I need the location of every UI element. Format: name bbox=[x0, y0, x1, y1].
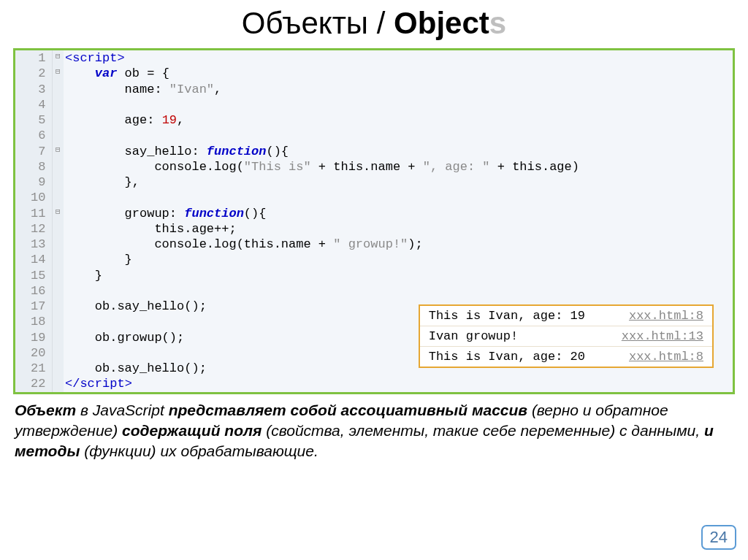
fold-icon bbox=[52, 330, 64, 345]
line-number: 18 bbox=[15, 314, 52, 329]
line-number: 8 bbox=[15, 159, 52, 174]
code-content: console.log(this.name + " growup!"); bbox=[64, 237, 733, 252]
code-line: 22</script> bbox=[15, 376, 733, 391]
console-text: This is Ivan, age: 20 bbox=[429, 350, 585, 364]
code-line: 4 bbox=[15, 97, 733, 112]
fold-icon: ⊟ bbox=[52, 206, 64, 221]
code-content: var ob = { bbox=[64, 66, 733, 81]
line-number: 12 bbox=[15, 221, 52, 237]
console-text: This is Ivan, age: 19 bbox=[429, 309, 585, 323]
code-line: 1⊟<script> bbox=[15, 50, 733, 66]
code-line: 13 console.log(this.name + " growup!"); bbox=[15, 237, 733, 252]
code-line: 6 bbox=[15, 128, 733, 143]
fold-icon bbox=[52, 376, 64, 391]
code-line: 11⊟ growup: function(){ bbox=[15, 206, 733, 221]
code-line: 8 console.log("This is" + this.name + ",… bbox=[15, 159, 733, 174]
line-number: 19 bbox=[15, 330, 52, 345]
code-line: 12 this.age++; bbox=[15, 221, 733, 237]
line-number: 13 bbox=[15, 237, 52, 252]
line-number: 5 bbox=[15, 112, 52, 128]
fold-icon bbox=[52, 190, 64, 205]
code-content bbox=[64, 190, 733, 205]
line-number: 15 bbox=[15, 268, 52, 283]
line-number: 22 bbox=[15, 376, 52, 391]
console-location: xxx.html:8 bbox=[629, 309, 703, 323]
code-line: 5 age: 19, bbox=[15, 112, 733, 128]
line-number: 11 bbox=[15, 206, 52, 221]
fold-icon bbox=[52, 314, 64, 329]
line-number: 7 bbox=[15, 144, 52, 159]
line-number: 1 bbox=[15, 50, 52, 66]
code-line: 14 } bbox=[15, 252, 733, 267]
slide-title: Объекты / Objects bbox=[0, 0, 748, 48]
fold-icon bbox=[52, 345, 64, 361]
line-number: 3 bbox=[15, 82, 52, 97]
fold-icon bbox=[52, 252, 64, 267]
code-content: } bbox=[64, 268, 733, 283]
code-line: 3 name: "Ivan", bbox=[15, 82, 733, 97]
line-number: 20 bbox=[15, 345, 52, 361]
line-number: 14 bbox=[15, 252, 52, 267]
console-location: xxx.html:8 bbox=[629, 350, 703, 364]
code-content: say_hello: function(){ bbox=[64, 144, 733, 159]
fold-icon bbox=[52, 221, 64, 237]
fold-icon bbox=[52, 361, 64, 376]
fold-icon bbox=[52, 237, 64, 252]
console-row: Ivan growup!xxx.html:13 bbox=[420, 326, 712, 347]
console-text: Ivan growup! bbox=[429, 329, 518, 343]
fold-icon: ⊟ bbox=[52, 50, 64, 66]
line-number: 9 bbox=[15, 174, 52, 190]
console-row: This is Ivan, age: 19xxx.html:8 bbox=[420, 306, 712, 326]
code-line: 2⊟ var ob = { bbox=[15, 66, 733, 81]
fold-icon bbox=[52, 97, 64, 112]
code-content: name: "Ivan", bbox=[64, 82, 733, 97]
code-content bbox=[64, 283, 733, 299]
line-number: 16 bbox=[15, 283, 52, 299]
line-number: 17 bbox=[15, 299, 52, 314]
fold-icon bbox=[52, 283, 64, 299]
code-content: }, bbox=[64, 174, 733, 190]
code-content bbox=[64, 128, 733, 143]
code-line: 16 bbox=[15, 283, 733, 299]
code-content: } bbox=[64, 252, 733, 267]
code-content bbox=[64, 97, 733, 112]
code-content: age: 19, bbox=[64, 112, 733, 128]
code-content: growup: function(){ bbox=[64, 206, 733, 221]
fold-icon bbox=[52, 82, 64, 97]
fold-icon bbox=[52, 159, 64, 174]
line-number: 6 bbox=[15, 128, 52, 143]
line-number: 21 bbox=[15, 361, 52, 376]
code-line: 10 bbox=[15, 190, 733, 205]
code-line: 9 }, bbox=[15, 174, 733, 190]
code-content: </script> bbox=[64, 376, 733, 391]
line-number: 10 bbox=[15, 190, 52, 205]
fold-icon: ⊟ bbox=[52, 66, 64, 81]
line-number: 2 bbox=[15, 66, 52, 81]
fold-icon: ⊟ bbox=[52, 144, 64, 159]
console-output: This is Ivan, age: 19xxx.html:8Ivan grow… bbox=[419, 304, 714, 368]
page-number: 24 bbox=[701, 525, 736, 550]
fold-icon bbox=[52, 268, 64, 283]
code-content: this.age++; bbox=[64, 221, 733, 237]
line-number: 4 bbox=[15, 97, 52, 112]
code-content: <script> bbox=[64, 50, 733, 66]
code-content: console.log("This is" + this.name + ", a… bbox=[64, 159, 733, 174]
fold-icon bbox=[52, 299, 64, 314]
code-line: 15 } bbox=[15, 268, 733, 283]
code-editor: 1⊟<script>2⊟ var ob = {3 name: "Ivan",45… bbox=[13, 48, 735, 394]
fold-icon bbox=[52, 174, 64, 190]
console-row: This is Ivan, age: 20xxx.html:8 bbox=[420, 347, 712, 367]
console-location: xxx.html:13 bbox=[622, 329, 703, 343]
fold-icon bbox=[52, 112, 64, 128]
fold-icon bbox=[52, 128, 64, 143]
code-line: 7⊟ say_hello: function(){ bbox=[15, 144, 733, 159]
description-text: Объект в JavaScript представляет собой а… bbox=[15, 400, 733, 462]
